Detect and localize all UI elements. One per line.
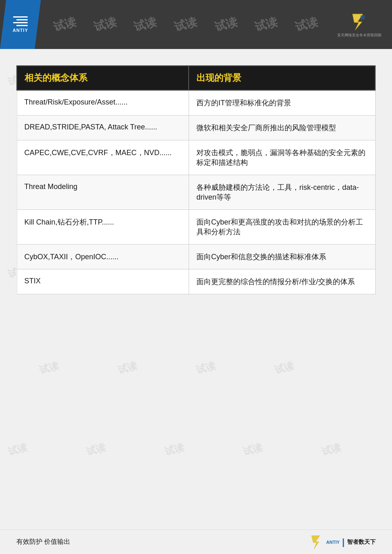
header-col-left: 相关的概念体系 [17,66,189,90]
watermark-7: 试读 [294,14,320,35]
table-body: Threat/Risk/Exposure/Asset......西方的IT管理和… [17,90,375,294]
svg-marker-2 [312,536,320,549]
table-cell-right: 微软和相关安全厂商所推出的风险管理模型 [189,116,375,140]
table-cell-left: Threat Modeling [17,175,189,210]
watermark-4: 试读 [173,14,199,35]
svg-text:安: 安 [360,14,365,20]
main-content: 相关的概念体系 出现的背景 Threat/Risk/Exposure/Asset… [16,65,376,513]
table-cell-right: 对攻击模式，脆弱点，漏洞等各种基础的安全元素的标定和描述结构 [189,140,375,175]
logo-line-1 [13,16,28,18]
table-cell-left: Threat/Risk/Exposure/Asset...... [17,90,189,116]
footer-right: ANTIY | 智者数天下 [309,534,376,550]
header-col-right: 出现的背景 [189,66,375,90]
logo-text: ANTIY [13,28,28,33]
header-watermarks: 试读 试读 试读 试读 试读 试读 试读 [45,0,327,49]
table-row: CAPEC,CWE,CVE,CVRF，MAEC，NVD......对攻击模式，脆… [17,140,375,175]
table-cell-left: CAPEC,CWE,CVE,CVRF，MAEC，NVD...... [17,140,189,175]
antiy-logo: ANTIY [0,0,41,49]
table-row: Kill Chain,钻石分析,TTP......面向Cyber和更高强度的攻击… [17,210,375,245]
watermark-6: 试读 [253,14,279,35]
logo-line-3 [13,22,28,23]
watermark-1: 试读 [52,14,78,35]
header-right-logo: 安 安天网络安全冬令营第四期 [331,4,388,45]
table-header-row: 相关的概念体系 出现的背景 [17,66,375,90]
table-row: CybOX,TAXII，OpenIOC......面向Cyber和信息交换的描述… [17,245,375,269]
table-row: Threat/Risk/Exposure/Asset......西方的IT管理和… [17,90,375,116]
watermark-2: 试读 [92,14,118,35]
table-cell-left: Kill Chain,钻石分析,TTP...... [17,210,189,245]
logo-line-4 [16,25,28,26]
logo-lines [13,16,28,26]
table-cell-right: 各种威胁建模的方法论，工具，risk-centric，data-driven等等 [189,175,375,210]
table-cell-right: 西方的IT管理和标准化的背景 [189,90,375,116]
footer-logo-chinese: | [342,537,345,547]
logo-line-2 [16,19,28,20]
table-row: Threat Modeling各种威胁建模的方法论，工具，risk-centri… [17,175,375,210]
data-table: 相关的概念体系 出现的背景 Threat/Risk/Exposure/Asset… [16,65,376,294]
right-logo-subtext: 安天网络安全冬令营第四期 [337,33,381,38]
footer-logo-icon [309,534,325,550]
table-cell-left: DREAD,STRIDE,PASTA, Attack Tree...... [17,116,189,140]
footer-logo-sub: 智者数天下 [347,538,376,546]
right-logo-icon: 安 [349,11,370,32]
table-row: DREAD,STRIDE,PASTA, Attack Tree......微软和… [17,116,375,140]
table-cell-right: 面向Cyber和更高强度的攻击和对抗的场景的分析工具和分析方法 [189,210,375,245]
footer-brand-name: ANTIY [326,540,340,545]
table-row: STIX面向更完整的综合性的情报分析/作业/交换的体系 [17,269,375,294]
table-cell-left: CybOX,TAXII，OpenIOC...... [17,245,189,269]
table-cell-left: STIX [17,269,189,294]
watermark-3: 试读 [132,14,158,35]
table-cell-right: 面向更完整的综合性的情报分析/作业/交换的体系 [189,269,375,294]
footer: 有效防护 价值输出 ANTIY | 智者数天下 [0,530,392,554]
header: ANTIY 试读 试读 试读 试读 试读 试读 试读 安 安天网络安全冬令营第四… [0,0,392,49]
footer-left-text: 有效防护 价值输出 [16,538,70,546]
table-cell-right: 面向Cyber和信息交换的描述和标准体系 [189,245,375,269]
watermark-5: 试读 [213,14,239,35]
